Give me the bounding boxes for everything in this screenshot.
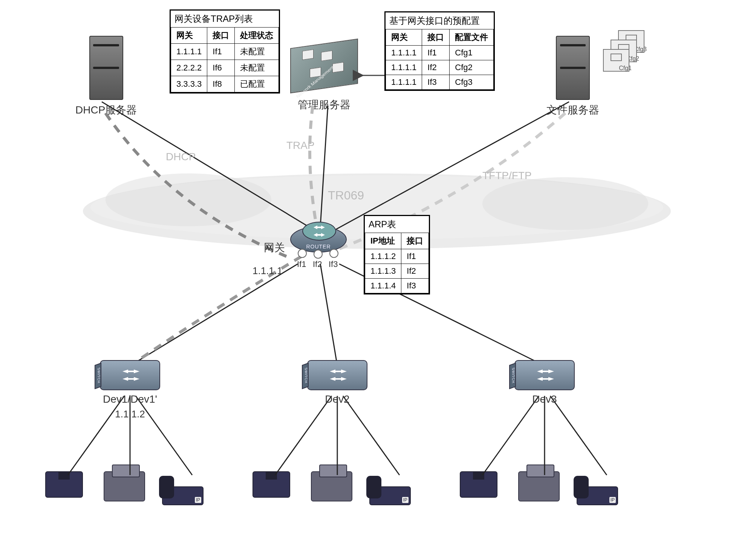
file-server-label: 文件服务器 <box>546 103 599 117</box>
precfg-h3: 配置文件 <box>450 29 494 46</box>
precfg-h2: 接口 <box>422 29 450 46</box>
svg-line-7 <box>130 264 298 366</box>
ipphone-icon: IP <box>162 471 207 509</box>
svg-point-3 <box>482 177 648 230</box>
file-stack: Cfg3 Cfg2 Cfg1 <box>603 30 644 75</box>
trap-h3: 处理状态 <box>235 28 279 44</box>
switch-icon: SWITCH <box>307 360 367 390</box>
router-ip: 1.1.1.1 <box>253 265 283 277</box>
trap-h2: 接口 <box>207 28 235 44</box>
mgmt-server: Network Management 管理服务器 <box>290 43 358 112</box>
switch1-label: Dev1/Dev1' <box>100 393 160 405</box>
pc-icon <box>456 471 501 509</box>
arp-table: ARP表 IP地址 接口 1.1.1.2If1 1.1.1.3If2 1.1.1… <box>364 215 430 294</box>
printer-icon <box>102 471 147 509</box>
terminals-group-3: IP <box>456 471 622 509</box>
precfg-table-title: 基于网关接口的预配置 <box>386 12 494 29</box>
mgmt-server-icon: Network Management <box>290 38 358 93</box>
switch-side-label: SWITCH <box>302 363 309 389</box>
ipphone-tag: IP <box>609 497 616 503</box>
router-port-if2 <box>314 250 323 259</box>
switch-icon: SWITCH <box>514 360 575 390</box>
trap-h1: 网关 <box>171 28 207 44</box>
svg-line-13 <box>275 396 332 475</box>
pc-icon <box>41 471 87 509</box>
switch1-ip: 1.1.1.2 <box>100 408 160 420</box>
router-icon: ROUTER <box>290 226 347 253</box>
gateway-router: ROUTER If1 If2 If3 <box>290 226 347 253</box>
svg-line-8 <box>320 264 337 366</box>
precfg-h1: 网关 <box>386 29 422 46</box>
server-icon <box>89 36 123 100</box>
ipphone-icon: IP <box>577 471 622 509</box>
switch-dev1: SWITCH Dev1/Dev1' 1.1.1.2 <box>100 360 160 420</box>
pc-icon <box>249 471 294 509</box>
switch-dev2: SWITCH Dev2 <box>307 360 367 405</box>
ipphone-tag: IP <box>402 497 409 503</box>
router-port-if3 <box>329 249 338 258</box>
svg-line-15 <box>343 396 399 475</box>
trap-table: 网关设备TRAP列表 网关 接口 处理状态 1.1.1.1If1未配置 2.2.… <box>170 9 280 94</box>
ipphone-tag: IP <box>195 497 201 503</box>
router-inner-label: ROUTER <box>291 244 346 250</box>
switch2-label: Dev2 <box>307 393 367 405</box>
switch-dev3: SWITCH Dev3 <box>514 360 575 405</box>
file-label-1: Cfg1 <box>619 65 632 72</box>
protocol-dhcp-label: DHCP <box>166 151 196 163</box>
file-server: 文件服务器 <box>546 36 599 117</box>
port-label-3: If3 <box>329 259 338 269</box>
router-arrows-icon <box>310 224 329 239</box>
terminals-group-2: IP <box>249 471 415 509</box>
dhcp-server-label: DHCP服务器 <box>75 103 137 117</box>
svg-point-2 <box>106 173 271 226</box>
printer-icon <box>516 471 562 509</box>
port-label-2: If2 <box>313 259 322 269</box>
dhcp-server: DHCP服务器 <box>75 36 137 117</box>
terminals-group-1: IP <box>41 471 207 509</box>
protocol-tr069-label: TR069 <box>328 189 364 202</box>
printer-icon <box>309 471 354 509</box>
switch-icon: SWITCH <box>100 360 160 390</box>
mgmt-server-label: 管理服务器 <box>290 98 358 112</box>
protocol-tftp-label: TFTP/FTP <box>482 170 532 182</box>
port-label-1: If1 <box>297 259 306 269</box>
ipphone-icon: IP <box>369 471 415 509</box>
arp-table-title: ARP表 <box>365 216 429 233</box>
arp-h1: IP地址 <box>365 233 401 249</box>
trap-table-title: 网关设备TRAP列表 <box>171 11 279 27</box>
switch3-label: Dev3 <box>514 393 575 405</box>
svg-line-18 <box>550 396 607 475</box>
server-icon <box>556 36 590 100</box>
protocol-trap-label: TRAP <box>286 140 315 152</box>
precfg-table: 基于网关接口的预配置 网关 接口 配置文件 1.1.1.1If1Cfg1 1.1… <box>384 11 495 91</box>
svg-line-16 <box>482 396 539 475</box>
router-label: 网关 <box>264 241 285 255</box>
router-port-if1 <box>298 249 307 258</box>
switch-side-label: SWITCH <box>95 363 101 389</box>
arp-h2: 接口 <box>401 233 429 249</box>
switch-side-label: SWITCH <box>509 363 516 389</box>
